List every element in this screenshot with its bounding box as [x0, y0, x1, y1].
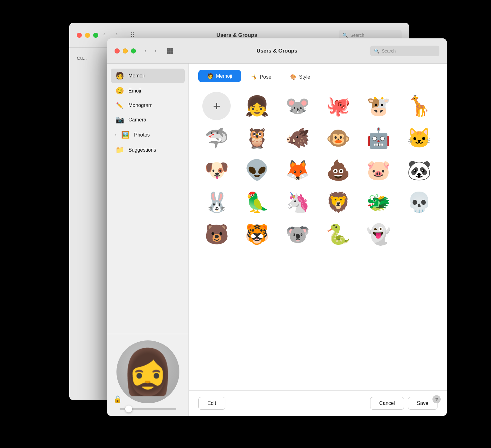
svg-rect-4: [169, 50, 171, 52]
list-item[interactable]: 🦈: [202, 124, 231, 152]
titlebar: ‹ › Users & Groups 🔍 Sea: [107, 38, 447, 64]
monogram-icon: ✏️: [115, 102, 124, 109]
emoji-tiger: 🐯: [245, 223, 269, 246]
back-button[interactable]: ‹: [141, 47, 150, 55]
search-box[interactable]: 🔍 Search: [370, 46, 439, 56]
list-item[interactable]: 🦁: [324, 188, 352, 216]
svg-rect-8: [171, 52, 173, 54]
svg-rect-6: [167, 52, 169, 54]
cancel-button[interactable]: Cancel: [370, 397, 404, 410]
list-item[interactable]: 🐍: [324, 220, 352, 249]
emoji-koala: 🐨: [285, 223, 310, 246]
tab-pose[interactable]: 🤸 Pose: [242, 71, 280, 83]
zoom-slider[interactable]: [120, 408, 176, 410]
avatar-memoji-face: 🧔‍♀️: [120, 350, 175, 394]
list-item[interactable]: 🐰: [202, 188, 231, 216]
bg-traffic-lights: [77, 33, 98, 38]
list-item[interactable]: 👧: [243, 92, 271, 120]
sidebar-item-suggestions[interactable]: 📁 Suggestions: [111, 143, 185, 157]
suggestions-icon: 📁: [115, 146, 124, 154]
tab-style-icon: 🎨: [290, 74, 296, 80]
list-item[interactable]: 🐨: [284, 220, 312, 249]
emoji-parrot: 🦜: [245, 191, 269, 214]
list-item[interactable]: 🦊: [284, 156, 312, 184]
svg-rect-7: [169, 52, 171, 54]
action-buttons: Cancel Save: [370, 397, 437, 410]
nav-buttons: ‹ ›: [141, 47, 160, 55]
list-item[interactable]: 🐲: [364, 188, 393, 216]
svg-rect-2: [171, 48, 173, 50]
list-item[interactable]: 🐶: [202, 156, 231, 184]
emoji-cat: 🐱: [407, 127, 431, 149]
tl-fullscreen[interactable]: [131, 48, 136, 53]
list-item[interactable]: 💩: [324, 156, 352, 184]
traffic-lights: [115, 48, 136, 53]
bg-tl-yellow: [85, 33, 90, 38]
emoji-dog: 🐶: [205, 159, 229, 182]
add-memoji-button[interactable]: +: [202, 92, 231, 120]
tab-style-label: Style: [299, 74, 310, 80]
sidebar-item-emoji[interactable]: 😊 Emoji: [111, 84, 185, 98]
edit-button[interactable]: Edit: [198, 397, 225, 410]
list-item[interactable]: 🐵: [324, 124, 352, 152]
list-item[interactable]: 🦒: [405, 92, 433, 120]
list-item[interactable]: 🦉: [243, 124, 271, 152]
list-item[interactable]: 🐮: [364, 92, 393, 120]
sidebar-list: 🧑 Memoji 😊 Emoji ✏️ Monogram 📷 Camera: [107, 64, 189, 334]
window-content: 🧑 Memoji 😊 Emoji ✏️ Monogram 📷 Camera: [107, 64, 447, 416]
emoji-grid-area: + 👧 🐭 🐙 🐮: [189, 84, 447, 390]
sidebar-item-monogram[interactable]: ✏️ Monogram: [111, 99, 185, 112]
bg-window-title: Users & Groups: [140, 32, 334, 38]
emoji-monkey: 🐵: [326, 127, 350, 149]
camera-icon: 📷: [115, 116, 124, 124]
emoji-skull: 💀: [407, 191, 431, 214]
sidebar: 🧑 Memoji 😊 Emoji ✏️ Monogram 📷 Camera: [107, 64, 189, 416]
emoji-bear: 🐻: [205, 223, 229, 246]
bg-search-icon: 🔍: [342, 33, 348, 38]
bottom-bar: Edit Cancel Save: [189, 390, 447, 416]
list-item[interactable]: 🐭: [284, 92, 312, 120]
list-item[interactable]: 🐯: [243, 220, 271, 249]
list-item[interactable]: 🐱: [405, 124, 433, 152]
bg-grid-icon: ⠿: [130, 31, 135, 39]
list-item[interactable]: 🐗: [284, 124, 312, 152]
list-item[interactable]: 🦜: [243, 188, 271, 216]
list-item[interactable]: 💀: [405, 188, 433, 216]
emoji-boar: 🐗: [285, 127, 310, 149]
list-item[interactable]: 🐙: [324, 92, 352, 120]
list-item[interactable]: 🐼: [405, 156, 433, 184]
emoji-pig: 🐷: [366, 159, 391, 182]
sidebar-bottom: 🧔‍♀️: [107, 334, 189, 416]
search-icon: 🔍: [374, 48, 379, 53]
list-item[interactable]: 👻: [364, 220, 393, 249]
list-item[interactable]: 🦄: [284, 188, 312, 216]
tl-close[interactable]: [115, 48, 120, 53]
emoji-poop: 💩: [326, 159, 350, 182]
forward-button[interactable]: ›: [151, 47, 160, 55]
tab-style[interactable]: 🎨 Style: [281, 71, 319, 83]
emoji-alien: 👽: [245, 159, 269, 182]
sidebar-label-memoji: Memoji: [128, 73, 145, 79]
sidebar-item-memoji[interactable]: 🧑 Memoji: [111, 69, 185, 83]
sidebar-item-camera[interactable]: 📷 Camera: [111, 113, 185, 127]
list-item[interactable]: 🤖: [364, 124, 393, 152]
list-item[interactable]: 🐻: [202, 220, 231, 249]
emoji-robot: 🤖: [366, 127, 391, 149]
list-item[interactable]: 👽: [243, 156, 271, 184]
emoji-panda: 🐼: [407, 159, 431, 182]
sidebar-item-photos[interactable]: › 🖼️ Photos: [111, 128, 185, 142]
sidebar-label-suggestions: Suggestions: [128, 147, 156, 153]
tab-pose-icon: 🤸: [251, 74, 257, 80]
list-item[interactable]: 🐷: [364, 156, 393, 184]
tab-bar: 🧑 Memoji 🤸 Pose 🎨 Style: [189, 64, 447, 84]
emoji-dragon: 🐲: [366, 191, 391, 214]
slider-thumb[interactable]: [125, 406, 132, 412]
emoji-ghost: 👻: [366, 223, 391, 246]
tl-minimize[interactable]: [123, 48, 128, 53]
svg-rect-0: [167, 48, 169, 50]
tab-memoji[interactable]: 🧑 Memoji: [198, 70, 241, 82]
lock-icon[interactable]: 🔒: [113, 395, 122, 403]
lock-area: 🔒: [113, 395, 122, 403]
emoji-icon: 😊: [115, 87, 124, 95]
help-button[interactable]: ?: [432, 395, 441, 403]
